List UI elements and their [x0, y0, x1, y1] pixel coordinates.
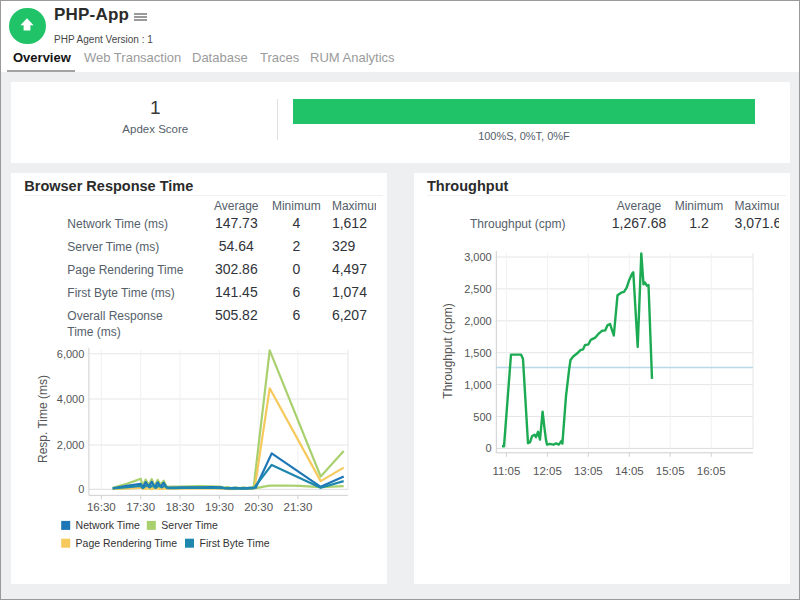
svg-text:6,000: 6,000	[57, 348, 85, 360]
svg-text:1,500: 1,500	[464, 347, 492, 359]
svg-text:2,000: 2,000	[464, 315, 492, 327]
svg-text:21:30: 21:30	[284, 501, 313, 513]
svg-text:Resp. Time (ms): Resp. Time (ms)	[36, 375, 50, 463]
svg-text:4,000: 4,000	[57, 393, 85, 405]
svg-text:19:30: 19:30	[205, 501, 234, 513]
svg-text:2,000: 2,000	[57, 439, 85, 451]
svg-text:Server Time: Server Time	[162, 519, 219, 531]
svg-text:13:05: 13:05	[574, 465, 603, 477]
svg-text:3,000: 3,000	[464, 251, 492, 263]
svg-text:500: 500	[473, 411, 491, 423]
svg-text:16:30: 16:30	[87, 501, 116, 513]
svg-text:0: 0	[486, 442, 492, 454]
svg-text:15:05: 15:05	[656, 465, 685, 477]
svg-text:11:05: 11:05	[492, 465, 520, 477]
svg-text:17:30: 17:30	[127, 501, 156, 513]
svg-text:2,500: 2,500	[464, 283, 492, 295]
svg-text:Page Rendering Time: Page Rendering Time	[76, 537, 178, 549]
svg-text:20:30: 20:30	[245, 501, 274, 513]
svg-text:First Byte Time: First Byte Time	[200, 537, 270, 549]
svg-text:14:05: 14:05	[615, 465, 644, 477]
svg-text:18:30: 18:30	[166, 501, 195, 513]
svg-text:12:05: 12:05	[533, 465, 562, 477]
svg-text:16:05: 16:05	[697, 465, 726, 477]
svg-text:0: 0	[78, 483, 84, 495]
svg-text:1,000: 1,000	[464, 379, 492, 391]
svg-text:Network Time: Network Time	[76, 519, 140, 531]
svg-text:Throughput (cpm): Throughput (cpm)	[441, 303, 455, 398]
